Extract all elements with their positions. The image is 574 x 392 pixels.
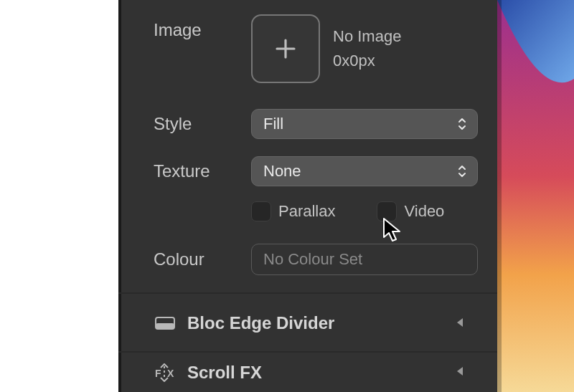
style-select-value: Fill (263, 115, 283, 133)
section-scroll-fx[interactable]: F X Scroll FX (118, 353, 497, 392)
divider-icon (153, 315, 177, 331)
fx-icon: F X (153, 363, 177, 382)
section-bloc-edge-divider[interactable]: Bloc Edge Divider (118, 295, 497, 351)
no-image-text: No Image (333, 24, 401, 49)
desktop-wallpaper (497, 0, 574, 392)
video-label: Video (404, 202, 444, 221)
svg-text:F: F (155, 368, 161, 379)
colour-label: Colour (154, 249, 251, 269)
parallax-group: Parallax (251, 201, 335, 221)
texture-label: Texture (154, 161, 251, 181)
section-title: Bloc Edge Divider (187, 313, 456, 333)
window-left-margin (0, 0, 118, 392)
texture-select-value: None (263, 162, 301, 181)
style-row: Style Fill (154, 109, 478, 139)
plus-icon (274, 37, 297, 60)
parallax-checkbox[interactable] (251, 201, 271, 221)
triangle-left-icon (456, 316, 464, 331)
style-label: Style (154, 114, 251, 134)
inspector-panel: Image No Image 0x0px Style Fill (118, 0, 497, 392)
section-title: Scroll FX (187, 363, 456, 383)
parallax-label: Parallax (278, 202, 335, 221)
chevron-up-down-icon (457, 117, 467, 131)
triangle-left-icon (456, 365, 464, 380)
image-label: Image (154, 14, 251, 83)
checkbox-row: Parallax Video (251, 201, 444, 221)
image-meta: No Image 0x0px (333, 14, 401, 83)
video-checkbox[interactable] (377, 201, 397, 221)
texture-select[interactable]: None (251, 156, 478, 186)
chevron-up-down-icon (457, 164, 467, 178)
image-row: Image No Image 0x0px (154, 14, 401, 83)
colour-well[interactable]: No Colour Set (251, 244, 478, 275)
style-select[interactable]: Fill (251, 109, 478, 139)
image-dimensions: 0x0px (333, 49, 401, 73)
colour-placeholder: No Colour Set (263, 250, 362, 269)
section-divider (118, 292, 497, 294)
colour-row: Colour No Colour Set (154, 244, 478, 275)
svg-rect-1 (156, 323, 174, 329)
svg-text:X: X (167, 368, 174, 379)
add-image-button[interactable] (251, 14, 320, 83)
video-group: Video (377, 201, 444, 221)
texture-row: Texture None (154, 156, 478, 186)
